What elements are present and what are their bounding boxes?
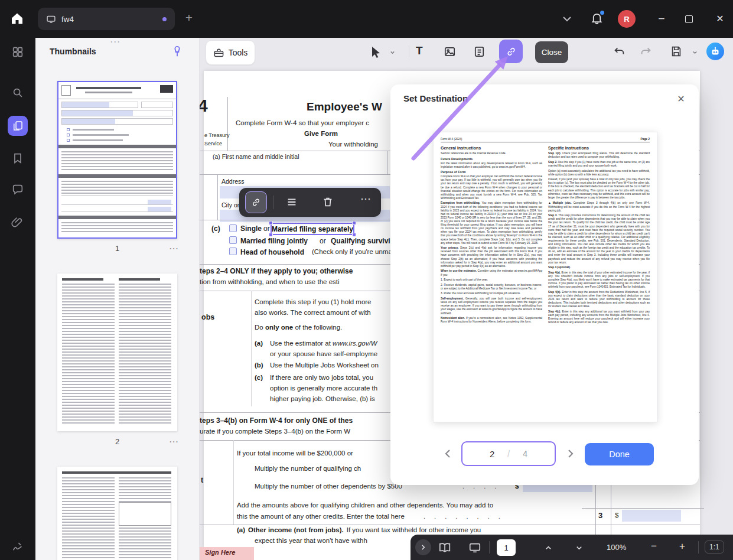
page-1-menu[interactable]: ⋯: [165, 243, 183, 254]
previous-page-button[interactable]: [441, 447, 455, 461]
chevron-right-icon: [419, 543, 428, 552]
tools-button[interactable]: Tools: [206, 40, 255, 65]
save-button[interactable]: [670, 45, 683, 58]
rule: [387, 151, 387, 174]
search-icon[interactable]: [11, 86, 24, 99]
page-2-label: 2: [57, 437, 177, 446]
thumb-decoration: [160, 85, 173, 93]
step2-item-a: Use the estimator at www.irs.gov/W: [270, 340, 377, 347]
list-button[interactable]: [285, 196, 298, 209]
delete-button[interactable]: [321, 196, 334, 209]
sign-here-highlight[interactable]: Sign Here: [200, 547, 254, 560]
more-options-button[interactable]: ⋯: [357, 193, 374, 206]
presentation-button[interactable]: [468, 541, 481, 554]
form-number-fragment: 4: [200, 96, 208, 116]
done-button[interactable]: Done: [585, 443, 654, 465]
destination-page-input[interactable]: 2 / 4: [461, 441, 556, 466]
thumb-decoration: [73, 134, 129, 136]
address-label: Address: [221, 178, 245, 185]
page-2-menu[interactable]: ⋯: [165, 436, 183, 447]
step3-line5: this the amount of any other credits. En…: [237, 513, 405, 520]
thumb-decoration: [67, 139, 70, 142]
dialog-close-button[interactable]: ✕: [674, 92, 688, 106]
zoom-in-button[interactable]: +: [679, 541, 685, 552]
preview-form-label: Form W-4 (2024): [441, 138, 462, 141]
step2-left-fragment: obs: [201, 313, 214, 321]
page-thumbnail-2[interactable]: [57, 274, 177, 431]
panel-drag-handle[interactable]: ⋯: [110, 38, 120, 48]
signature-icon[interactable]: [11, 540, 24, 553]
step3-row-number: 3: [598, 511, 602, 520]
select-tool[interactable]: [369, 45, 383, 59]
select-tool-chevron-icon[interactable]: [389, 48, 396, 56]
head-household-checkbox[interactable]: [229, 248, 237, 255]
page-separator: /: [507, 449, 510, 458]
read-mode-button[interactable]: [439, 541, 452, 554]
page-up-button[interactable]: [544, 543, 557, 556]
attachments-icon[interactable]: [11, 216, 24, 229]
selection-handle[interactable]: [269, 221, 273, 225]
thumb-decoration: [61, 181, 173, 196]
selection-handle[interactable]: [352, 221, 356, 225]
notifications-bell-icon[interactable]: [590, 11, 604, 27]
steps24-banner2: tion from withholding, and when to use t…: [200, 278, 340, 285]
unsaved-dot: [162, 17, 167, 21]
thumbnails-panel-button[interactable]: [8, 116, 28, 136]
thumb-decoration: [148, 200, 171, 204]
zoom-out-button[interactable]: −: [651, 541, 657, 552]
thumb-decoration: [119, 278, 160, 281]
pin-icon[interactable]: [171, 45, 184, 58]
selection-handle[interactable]: [352, 233, 356, 237]
page-thumbnail-1[interactable]: [57, 81, 177, 239]
page-down-button[interactable]: [575, 543, 588, 556]
selected-text-box[interactable]: Married filing separately: [271, 223, 354, 235]
agency-fragment: e Treasury: [204, 132, 230, 138]
step2-item-c: If there are only two jobs total, you: [270, 374, 373, 381]
image-tool[interactable]: [443, 45, 457, 58]
apps-grid-icon[interactable]: [11, 45, 24, 58]
form-icon: [473, 45, 486, 58]
thumbnails-panel-title: Thumbnails: [50, 47, 96, 56]
page-number-input[interactable]: 1: [497, 539, 516, 556]
zoom-level[interactable]: 100%: [607, 543, 626, 552]
destination-preview-page[interactable]: Form W-4 (2024) Page 2 General Instructi…: [433, 132, 657, 422]
undo-icon: [613, 45, 626, 58]
redo-button[interactable]: [639, 45, 652, 58]
preview-header: Form W-4 (2024) Page 2: [441, 138, 650, 142]
next-page-button[interactable]: [563, 447, 577, 461]
document-tab[interactable]: fw4: [38, 8, 175, 30]
user-avatar[interactable]: R: [618, 10, 636, 28]
form-tool[interactable]: [473, 45, 486, 58]
thumb-decoration: [58, 216, 176, 219]
thumb-decoration: [58, 145, 176, 148]
redo-icon: [639, 45, 652, 58]
single-checkbox[interactable]: [229, 224, 237, 232]
new-tab-button[interactable]: +: [181, 9, 197, 26]
bookmarks-icon[interactable]: [11, 152, 24, 165]
selection-handle[interactable]: [269, 233, 273, 237]
steps24-banner: teps 2–4 ONLY if they apply to you; othe…: [200, 267, 353, 275]
thumbnails-panel: ⋯ Thumbnails: [35, 38, 200, 560]
page-thumbnail-3[interactable]: [57, 467, 177, 560]
save-chevron-icon[interactable]: [691, 48, 699, 56]
close-tool-button[interactable]: Close: [535, 41, 568, 63]
maximize-button[interactable]: [685, 15, 693, 23]
comments-icon[interactable]: [11, 183, 24, 196]
link-tool-active[interactable]: [499, 40, 523, 63]
titlebar-chevron-down-icon[interactable]: [560, 12, 574, 26]
ai-assistant-button[interactable]: [706, 43, 724, 60]
actual-size-button[interactable]: 1:1: [705, 541, 724, 554]
minimize-button[interactable]: –: [654, 12, 669, 26]
married-jointly-checkbox[interactable]: [229, 236, 237, 244]
expand-button[interactable]: [415, 539, 431, 555]
thumb-decoration: [62, 471, 171, 474]
home-button[interactable]: [8, 11, 27, 27]
text-tool[interactable]: T: [416, 44, 423, 57]
window-close-button[interactable]: ✕: [713, 12, 727, 26]
step3-total-field[interactable]: [622, 510, 681, 522]
withholding-fragment: Your withholding: [328, 141, 378, 148]
undo-button[interactable]: [613, 45, 626, 58]
thumb-decoration: [76, 87, 141, 89]
link-tool-mini[interactable]: [245, 191, 267, 213]
toolbar-divider: [409, 45, 409, 57]
